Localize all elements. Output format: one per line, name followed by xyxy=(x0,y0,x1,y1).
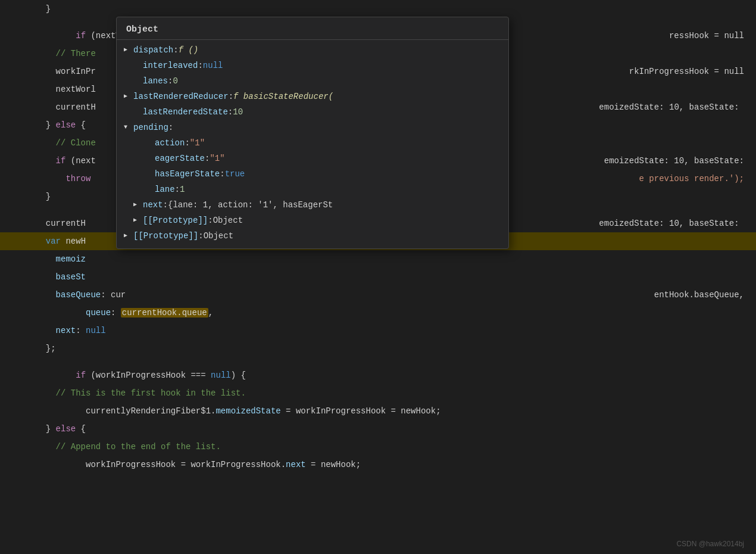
line-content: nextWorl xyxy=(36,85,96,94)
line-content: // There xyxy=(36,49,96,58)
watermark: CSDN @hawk2014bj xyxy=(676,540,744,548)
code-line: queue: currentHook.queue, xyxy=(0,304,756,322)
code-editor: } if (nextWo ressHook = null // There wo… xyxy=(0,0,756,554)
expand-arrow[interactable] xyxy=(124,90,131,103)
line-content: // Clone xyxy=(36,138,96,148)
expand-arrow[interactable] xyxy=(124,43,131,57)
line-content: currentH xyxy=(36,219,86,228)
tooltip-row[interactable]: [[Prototype]] : Object xyxy=(117,213,508,228)
tooltip-row[interactable]: dispatch : f () xyxy=(117,42,508,58)
line-content: currentH xyxy=(36,102,96,112)
line-content: workInPr xyxy=(36,67,96,76)
line-content: }; xyxy=(36,344,56,353)
tooltip-row[interactable]: lastRenderedReducer : f basicStateReduce… xyxy=(117,89,508,104)
line-content: if (next xyxy=(36,156,96,166)
code-line: baseSt xyxy=(0,268,756,286)
tooltip-row[interactable]: [[Prototype]] : Object xyxy=(117,228,508,244)
tooltip-row: lanes : 0 xyxy=(117,73,508,89)
tooltip-title: Object xyxy=(117,22,508,40)
line-content: throw xyxy=(36,174,90,183)
tooltip-row: lastRenderedState : 10 xyxy=(117,104,508,120)
tooltip-row: interleaved : null xyxy=(117,58,508,73)
tooltip-row: lane : 1 xyxy=(117,182,508,197)
expand-arrow[interactable] xyxy=(133,214,140,227)
line-content: } xyxy=(36,4,51,14)
tooltip-row: eagerState : "1" xyxy=(117,151,508,166)
code-line: workInProgressHook = workInProgressHook.… xyxy=(0,456,756,474)
tooltip-row[interactable]: pending : xyxy=(117,120,508,135)
code-line: next: null xyxy=(0,322,756,340)
line-content: next: null xyxy=(36,326,106,335)
tooltip-row[interactable]: next : {lane: 1, action: '1', hasEagerSt xyxy=(117,197,508,213)
line-content: } else { xyxy=(36,424,86,434)
code-line: }; xyxy=(0,340,756,357)
expand-arrow[interactable] xyxy=(133,198,140,211)
line-content: workInProgressHook = workInProgressHook.… xyxy=(36,450,361,479)
tooltip-row: hasEagerState : true xyxy=(117,166,508,182)
expand-arrow[interactable] xyxy=(124,229,131,242)
line-content: var newH xyxy=(36,236,86,246)
code-line: memoiz xyxy=(0,250,756,268)
object-tooltip: Object dispatch : f () interleaved : nul… xyxy=(116,17,509,249)
line-content: baseSt xyxy=(36,272,86,282)
line-content: } xyxy=(36,192,51,201)
line-content: } else { xyxy=(36,120,86,130)
code-line: currentlyRenderingFiber$1.memoizedState … xyxy=(0,402,756,420)
highlight-currenthook-queue: currentHook.queue xyxy=(121,308,208,318)
line-content: memoiz xyxy=(36,254,86,264)
code-line: if (workInProgressHook === null) { xyxy=(0,366,756,384)
expand-arrow[interactable] xyxy=(124,121,131,134)
code-line: } else { xyxy=(0,420,756,438)
tooltip-row: action : "1" xyxy=(117,135,508,151)
code-line: } xyxy=(0,0,756,18)
